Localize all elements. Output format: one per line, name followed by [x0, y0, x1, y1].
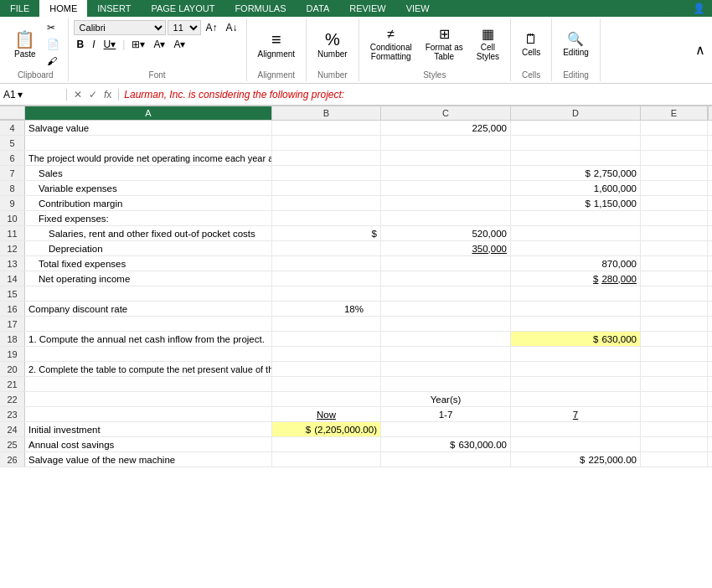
alignment-button[interactable]: ≡ Alignment — [252, 21, 301, 68]
cell-a10[interactable]: Fixed expenses: — [25, 211, 272, 225]
tab-home[interactable]: HOME — [39, 0, 87, 17]
cell-b16[interactable]: 18% — [272, 302, 381, 316]
cell-e15[interactable] — [641, 286, 708, 301]
cell-b25[interactable] — [272, 437, 381, 451]
col-header-a[interactable]: A — [25, 106, 272, 120]
cell-c10[interactable] — [381, 211, 511, 225]
col-header-c[interactable]: C — [381, 106, 511, 120]
tab-data[interactable]: DATA — [297, 0, 340, 17]
cell-e11[interactable] — [641, 226, 708, 240]
cell-c8[interactable] — [381, 181, 511, 195]
cell-c19[interactable] — [381, 347, 511, 361]
cell-a15[interactable] — [25, 286, 272, 301]
cell-d16[interactable] — [511, 302, 641, 316]
cell-a26[interactable]: Salvage value of the new machine — [25, 452, 272, 467]
cell-styles-button[interactable]: ▦ Cell Styles — [471, 21, 505, 68]
cell-b9[interactable] — [272, 196, 381, 210]
cut-button[interactable]: ✂ — [44, 20, 63, 35]
italic-button[interactable]: I — [89, 37, 98, 52]
cell-c4[interactable]: 225,000 — [381, 121, 511, 135]
font-grow-button[interactable]: A↑ — [203, 20, 221, 35]
cell-a14[interactable]: Net operating income — [25, 271, 272, 286]
cell-b23[interactable]: Now — [272, 407, 381, 421]
underline-button[interactable]: U▾ — [101, 37, 120, 52]
cell-e16[interactable] — [641, 302, 708, 316]
cell-a11[interactable]: Salaries, rent and other fixed out-of po… — [25, 226, 272, 240]
cell-d4[interactable] — [511, 121, 641, 135]
fill-color-button[interactable]: A▾ — [150, 37, 168, 52]
cell-d22[interactable] — [511, 392, 641, 406]
cell-a18[interactable]: 1. Compute the annual net cash inflow fr… — [25, 332, 272, 346]
cell-c13[interactable] — [381, 256, 511, 271]
insert-function-icon[interactable]: fx — [102, 89, 113, 101]
cell-e26[interactable] — [641, 452, 708, 467]
border-button[interactable]: ⊞▾ — [128, 37, 148, 52]
cell-a13[interactable]: Total fixed expenses — [25, 256, 272, 271]
cell-a12[interactable]: Depreciation — [25, 241, 272, 255]
cell-d25[interactable] — [511, 437, 641, 451]
conditional-formatting-button[interactable]: ≠ Conditional Formatting — [364, 21, 418, 68]
cell-d19[interactable] — [511, 347, 641, 361]
cell-c26[interactable] — [381, 452, 511, 467]
confirm-formula-icon[interactable]: ✓ — [87, 89, 99, 101]
cell-c6[interactable] — [381, 151, 511, 165]
cell-c5[interactable] — [381, 136, 511, 150]
cell-c14[interactable] — [381, 271, 511, 286]
cell-a22[interactable] — [25, 392, 272, 406]
cell-e20[interactable] — [641, 362, 708, 376]
formula-input[interactable]: Laurman, Inc. is considering the followi… — [119, 89, 712, 101]
cell-c25[interactable]: $630,000.00 — [381, 437, 511, 451]
cell-c23[interactable]: 1-7 — [381, 407, 511, 421]
cell-c16[interactable] — [381, 302, 511, 316]
cell-b22[interactable] — [272, 392, 381, 406]
font-shrink-button[interactable]: A↓ — [223, 20, 241, 35]
tab-file[interactable]: FILE — [0, 0, 39, 17]
cell-c18[interactable] — [381, 332, 511, 346]
cell-e7[interactable] — [641, 166, 708, 180]
cell-b15[interactable] — [272, 286, 381, 301]
cells-button[interactable]: 🗒 Cells — [516, 21, 546, 68]
cell-d9[interactable]: $1,150,000 — [511, 196, 641, 210]
cell-d8[interactable]: 1,600,000 — [511, 181, 641, 195]
number-button[interactable]: % Number — [312, 21, 353, 68]
tab-insert[interactable]: INSERT — [87, 0, 141, 17]
cell-d10[interactable] — [511, 211, 641, 225]
cell-a8[interactable]: Variable expenses — [25, 181, 272, 195]
cell-b19[interactable] — [272, 347, 381, 361]
cell-e8[interactable] — [641, 181, 708, 195]
tab-page-layout[interactable]: PAGE LAYOUT — [141, 0, 224, 17]
cell-d15[interactable] — [511, 286, 641, 301]
tab-view[interactable]: VIEW — [396, 0, 440, 17]
cell-e19[interactable] — [641, 347, 708, 361]
cell-c24[interactable] — [381, 422, 511, 436]
cell-d11[interactable] — [511, 226, 641, 240]
col-header-d[interactable]: D — [511, 106, 641, 120]
cell-b8[interactable] — [272, 181, 381, 195]
cell-c21[interactable] — [381, 377, 511, 391]
cell-c22[interactable]: Year(s) — [381, 392, 511, 406]
cell-e17[interactable] — [641, 317, 708, 331]
cell-d17[interactable] — [511, 317, 641, 331]
cell-e14[interactable] — [641, 271, 708, 286]
cell-b4[interactable] — [272, 121, 381, 135]
cell-c7[interactable] — [381, 166, 511, 180]
cell-d26[interactable]: $225,000.00 — [511, 452, 641, 467]
cell-c17[interactable] — [381, 317, 511, 331]
cell-a7[interactable]: Sales — [25, 166, 272, 180]
copy-button[interactable]: 📄 — [44, 37, 63, 52]
cell-d6[interactable] — [511, 151, 641, 165]
col-header-b[interactable]: B — [272, 106, 381, 120]
cell-e4[interactable] — [641, 121, 708, 135]
cell-c12[interactable]: 350,000 — [381, 241, 511, 255]
cell-a5[interactable] — [25, 136, 272, 150]
cell-reference[interactable]: A1 ▾ — [0, 89, 67, 101]
format-painter-button[interactable]: 🖌 — [44, 54, 63, 69]
cell-b12[interactable] — [272, 241, 381, 255]
cancel-formula-icon[interactable]: ✕ — [72, 89, 84, 101]
cell-a21[interactable] — [25, 377, 272, 391]
cell-b7[interactable] — [272, 166, 381, 180]
cell-a4[interactable]: Salvage value — [25, 121, 272, 135]
cell-a19[interactable] — [25, 347, 272, 361]
font-family-select[interactable]: Calibri — [74, 20, 166, 35]
cell-e12[interactable] — [641, 241, 708, 255]
